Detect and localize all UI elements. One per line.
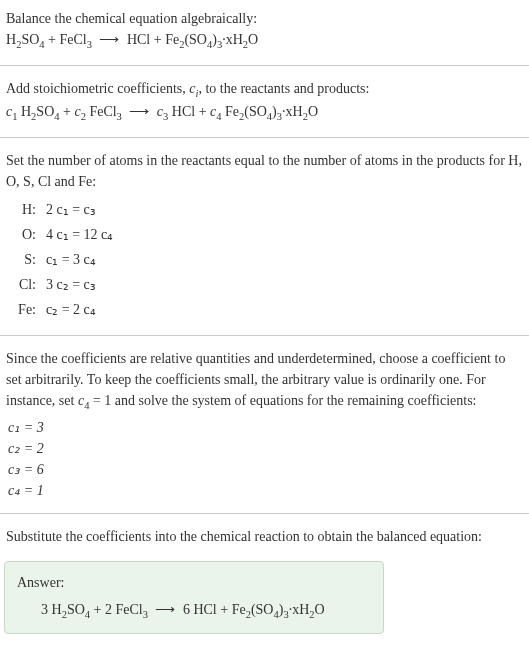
section-balance-intro: Balance the chemical equation algebraica… <box>0 0 529 61</box>
element-label: H: <box>12 198 40 221</box>
divider <box>0 65 529 66</box>
section-atom-equations: Set the number of atoms in the reactants… <box>0 142 529 331</box>
divider <box>0 513 529 514</box>
coefficient-value: c₂ = 2 <box>8 438 523 459</box>
section-substitute: Substitute the coefficients into the che… <box>0 518 529 555</box>
table-row: H:2 c₁ = c₃ <box>12 198 117 221</box>
section-solve: Since the coefficients are relative quan… <box>0 340 529 510</box>
coefficient-value: c₃ = 6 <box>8 459 523 480</box>
arrow-icon: ⟶ <box>122 104 157 119</box>
divider <box>0 137 529 138</box>
intro-title: Balance the chemical equation algebraica… <box>6 8 523 29</box>
stoich-title: Add stoichiometric coefficients, ci, to … <box>6 78 523 102</box>
equation-table: H:2 c₁ = c₃ O:4 c₁ = 12 c₄ S:c₁ = 3 c₄ C… <box>10 196 119 323</box>
table-row: Cl:3 c₂ = c₃ <box>12 273 117 296</box>
coefficient-value: c₄ = 1 <box>8 480 523 501</box>
coefficient-list: c₁ = 3 c₂ = 2 c₃ = 6 c₄ = 1 <box>8 417 523 501</box>
element-equation: 4 c₁ = 12 c₄ <box>42 223 117 246</box>
atom-title: Set the number of atoms in the reactants… <box>6 150 523 192</box>
arrow-icon: ⟶ <box>92 32 127 47</box>
table-row: S:c₁ = 3 c₄ <box>12 248 117 271</box>
stoich-equation: c1 H2SO4 + c2 FeCl3 ⟶ c3 HCl + c4 Fe2(SO… <box>6 101 523 125</box>
answer-box: Answer: 3 H2SO4 + 2 FeCl3 ⟶ 6 HCl + Fe2(… <box>4 561 384 634</box>
solve-title: Since the coefficients are relative quan… <box>6 348 523 414</box>
element-label: S: <box>12 248 40 271</box>
element-label: Fe: <box>12 298 40 321</box>
table-row: Fe:c₂ = 2 c₄ <box>12 298 117 321</box>
element-equation: 3 c₂ = c₃ <box>42 273 117 296</box>
table-row: O:4 c₁ = 12 c₄ <box>12 223 117 246</box>
balanced-equation: 3 H2SO4 + 2 FeCl3 ⟶ 6 HCl + Fe2(SO4)3·xH… <box>17 593 371 623</box>
element-equation: 2 c₁ = c₃ <box>42 198 117 221</box>
divider <box>0 335 529 336</box>
element-equation: c₁ = 3 c₄ <box>42 248 117 271</box>
section-stoichiometric: Add stoichiometric coefficients, ci, to … <box>0 70 529 133</box>
substitute-title: Substitute the coefficients into the che… <box>6 526 523 547</box>
element-equation: c₂ = 2 c₄ <box>42 298 117 321</box>
arrow-icon: ⟶ <box>148 602 183 617</box>
unbalanced-equation: H2SO4 + FeCl3 ⟶ HCl + Fe2(SO4)3·xH2O <box>6 29 523 53</box>
element-label: O: <box>12 223 40 246</box>
coefficient-value: c₁ = 3 <box>8 417 523 438</box>
answer-label: Answer: <box>17 572 371 593</box>
element-label: Cl: <box>12 273 40 296</box>
